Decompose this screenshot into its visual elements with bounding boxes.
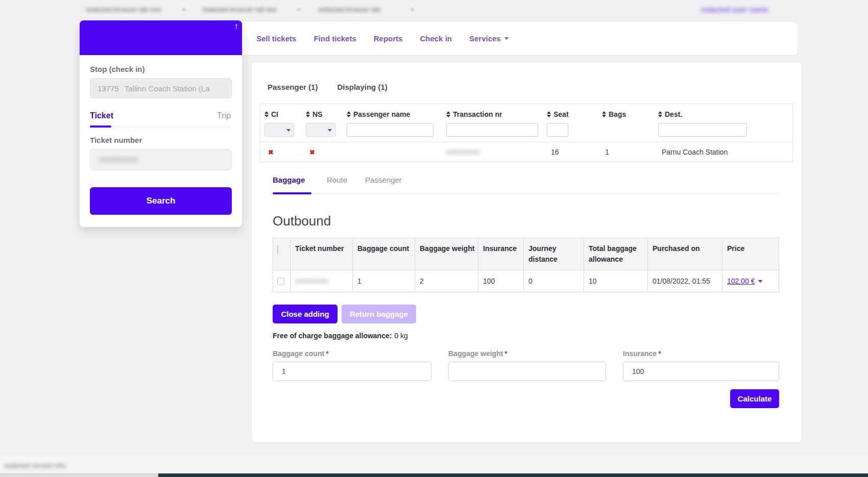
version-text: redacted version info [4,462,66,469]
field-baggage-weight: Baggage weight* [448,349,606,381]
column-ci: CI [260,110,302,137]
col-total-baggage-allowance: Total baggage allowance [584,238,647,270]
sort-icon[interactable] [658,111,662,117]
tab-trip[interactable]: Trip [217,111,231,120]
passenger-table-header: CI NS Passenger name Transaction nr Seat [260,104,792,142]
select-all-checkbox[interactable] [277,245,278,254]
ticket-number-input[interactable]: 0000000000 [90,149,232,170]
col-baggage-weight: Baggage weight [415,238,478,270]
active-tab-underline [273,192,311,194]
transaction-nr-filter-input[interactable] [446,123,538,137]
allowance-value: 0 kg [394,332,407,340]
cell-baggage-weight: 2 [415,270,478,292]
stop-input[interactable]: 13775 Tallinn Coach Station (La [90,78,232,98]
sort-icon[interactable] [547,111,551,117]
tab-passenger[interactable]: Passenger [365,175,402,184]
column-seat: Seat [543,110,588,137]
passenger-table: CI NS Passenger name Transaction nr Seat [260,104,793,162]
nav-find-tickets[interactable]: Find tickets [314,34,356,43]
footer: redacted version info [0,456,868,473]
no-show-icon: ✖ [309,148,315,156]
stop-code: 13775 [98,84,119,93]
detail-tabs: Baggage Route Passenger [273,175,780,194]
baggage-row[interactable]: 000000000 1 2 100 0 10 01/08/2022, 01:55… [273,270,779,292]
browser-tab-title: redacted browser tab two [202,6,277,13]
tab-route[interactable]: Route [327,175,347,184]
close-adding-button[interactable]: Close adding [273,305,337,323]
nav-services-label: Services [469,34,501,43]
checkin-search-panel: ↑ Stop (check in) 13775 Tallinn Coach St… [80,20,242,227]
caret-down-icon[interactable] [758,280,762,283]
dest-filter-input[interactable] [658,123,747,137]
passenger-name-filter-input[interactable] [347,123,433,137]
tab-passenger-count[interactable]: Passenger (1) [268,83,318,91]
not-checked-in-icon: ✖ [268,148,274,156]
required-asterisk: * [504,349,507,358]
allowance-line: Free of charge baggage allowance:0 kg [273,332,408,340]
cell-baggage-count: 1 [352,270,415,292]
required-asterisk: * [326,349,328,358]
close-icon[interactable]: × [297,6,301,13]
result-tabs: Passenger (1) Displaying (1) [268,83,388,91]
column-passenger-name: Passenger name [343,110,442,137]
allowance-label: Free of charge baggage allowance: [273,332,392,340]
stop-label: Stop (check in) [90,65,232,73]
col-baggage-count: Baggage count [352,238,415,270]
ticket-number-value: 0000000000 [99,156,138,164]
bottom-strip-light [0,473,158,477]
nav-sell-tickets[interactable]: Sell tickets [256,34,296,43]
field-insurance: Insurance* [623,349,779,381]
sort-icon[interactable] [602,111,606,117]
column-transaction-nr: Transaction nr [442,110,543,137]
cell-journey-distance: 0 [523,270,584,292]
cell-insurance: 100 [478,270,523,292]
cell-total-baggage-allowance: 10 [584,270,647,292]
col-price: Price [722,238,780,270]
price-link[interactable]: 102.00 € [727,277,755,285]
close-icon[interactable]: × [182,6,186,13]
insurance-input[interactable] [623,362,779,381]
sort-icon[interactable] [306,111,310,117]
nav-services-menu[interactable]: Services [469,34,509,43]
column-ns: NS [302,110,343,137]
browser-tab-title: redacted browser tab one [86,6,161,13]
bottom-strip-dark [158,473,868,477]
cell-ticket-number: 000000000 [295,278,344,285]
browser-tab[interactable]: redacted browser tab one × [86,4,186,15]
calculate-button[interactable]: Calculate [730,389,779,408]
search-button[interactable]: Search [90,187,232,215]
caret-down-icon [328,129,332,132]
tab-ticket[interactable]: Ticket [90,111,113,120]
search-mode-tabs: Ticket Trip [90,111,232,127]
sort-icon[interactable] [347,111,351,117]
row-checkbox[interactable] [277,278,284,285]
return-baggage-button[interactable]: Return baggage [342,305,416,323]
collapse-arrow-icon[interactable]: ↑ [234,21,239,32]
baggage-count-input[interactable] [273,362,431,381]
baggage-table-header: Ticket number Baggage count Baggage weig… [273,238,779,270]
nav-check-in[interactable]: Check in [420,34,452,43]
ci-filter-select[interactable] [264,123,294,137]
col-purchased-on: Purchased on [647,238,722,270]
cell-purchased-on: 01/08/2022, 01:55 [647,270,722,292]
cell-transaction-nr: 000000000 [446,148,497,156]
passenger-row[interactable]: ✖ ✖ 000000000 16 1 Parnu Coach Station [260,142,792,162]
sort-icon[interactable] [264,111,269,117]
main-card: Passenger (1) Displaying (1) CI NS Passe… [252,62,802,442]
close-icon[interactable]: × [410,6,414,13]
outbound-heading: Outbound [273,213,331,229]
column-bags: Bags [588,110,654,137]
browser-tab[interactable]: redacted browser tab two × [202,4,301,15]
sort-icon[interactable] [446,111,450,117]
browser-tab[interactable]: redacted browser tab × [318,4,414,15]
nav-links: Sell tickets Find tickets Reports Check … [256,22,509,55]
ticket-number-label: Ticket number [90,136,232,144]
ns-filter-select[interactable] [306,123,335,137]
user-menu[interactable]: redacted user name [701,6,777,15]
seat-filter-input[interactable] [547,123,568,137]
col-journey-distance: Journey distance [523,238,584,270]
tab-baggage[interactable]: Baggage [273,175,305,184]
tab-displaying-count[interactable]: Displaying (1) [337,83,387,91]
nav-reports[interactable]: Reports [374,34,403,43]
baggage-weight-input[interactable] [448,362,606,381]
